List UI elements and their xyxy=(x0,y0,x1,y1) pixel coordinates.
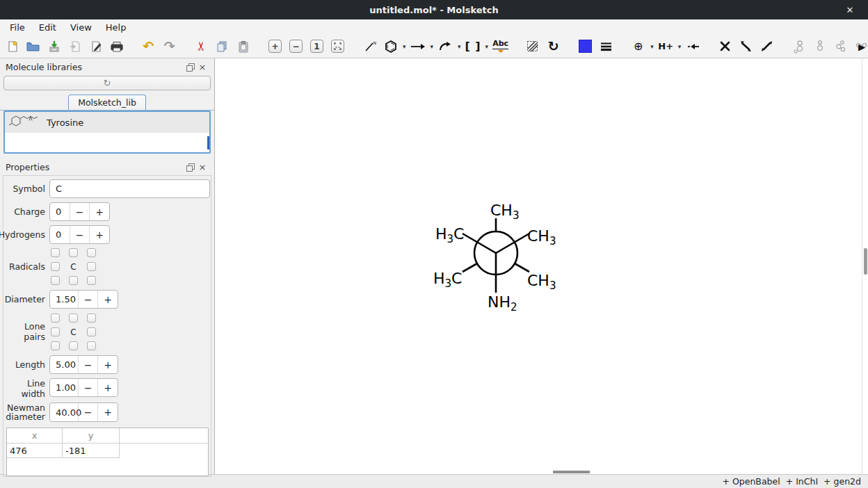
rotate-tool-button[interactable]: ↻ xyxy=(544,38,563,56)
length-minus-button[interactable]: − xyxy=(79,356,98,373)
ring-dropdown-arrow[interactable]: ▾ xyxy=(403,43,406,50)
line-width-value[interactable]: 1.00 xyxy=(50,379,79,396)
copy-button[interactable] xyxy=(213,38,232,56)
lone-pair-checkbox[interactable] xyxy=(69,314,78,323)
menu-file[interactable]: File xyxy=(3,21,32,34)
radical-checkbox[interactable] xyxy=(69,276,78,285)
lone-pair-checkbox[interactable] xyxy=(51,341,60,350)
mechanism-arrow-dropdown[interactable]: ▾ xyxy=(458,43,461,50)
radical-checkbox[interactable] xyxy=(51,248,60,257)
zoom-fit-button[interactable] xyxy=(328,38,347,56)
line-width-minus-button[interactable]: − xyxy=(79,379,98,396)
atom-label-lower-right-ch3[interactable]: CH3 xyxy=(527,272,556,292)
newman-diameter-minus-button[interactable]: − xyxy=(79,403,98,421)
radical-checkbox[interactable] xyxy=(51,262,60,271)
cut-button[interactable]: ✂ xyxy=(192,38,211,56)
properties-close-button[interactable]: × xyxy=(196,161,209,172)
hydrogens-plus-button[interactable]: + xyxy=(90,226,109,243)
back-bond-lower-right[interactable] xyxy=(515,263,529,272)
lone-pair-checkbox[interactable] xyxy=(69,341,78,350)
tab-molsketch-lib[interactable]: Molsketch_lib xyxy=(68,95,146,110)
charge-dropdown[interactable]: ▾ xyxy=(650,43,654,50)
ring-tool-button[interactable] xyxy=(381,38,400,56)
bracket-tool-button[interactable]: [ ] xyxy=(464,38,483,56)
zoom-original-button[interactable]: 1 xyxy=(307,38,326,56)
export-button[interactable] xyxy=(86,38,105,56)
delete-tool-button[interactable] xyxy=(716,38,734,56)
front-bond-upper-left[interactable] xyxy=(463,234,496,253)
atom-label-upper-left-h3c[interactable]: H3C xyxy=(435,225,464,245)
draw-bond-button[interactable]: N xyxy=(360,38,379,56)
atom-label-bottom-nh2[interactable]: NH2 xyxy=(488,293,517,314)
back-bond-lower-left[interactable] xyxy=(463,263,477,272)
length-plus-button[interactable]: + xyxy=(98,356,118,373)
library-list-scrollbar[interactable] xyxy=(207,136,209,149)
charge-tool-button[interactable]: ⊕ xyxy=(629,38,648,56)
hydrogen-dropdown[interactable]: ▾ xyxy=(678,43,682,50)
library-refresh-button[interactable]: ↻ xyxy=(3,76,211,90)
text-tool-button[interactable]: Abc xyxy=(491,38,510,56)
reaction-arrow-button[interactable] xyxy=(409,38,428,56)
libraries-float-button[interactable] xyxy=(184,61,196,72)
coord-x-cell[interactable]: 476 xyxy=(7,444,63,458)
coord-y-cell[interactable]: -181 xyxy=(63,444,120,458)
diameter-value[interactable]: 1.50 xyxy=(50,291,79,308)
window-close-button[interactable]: ✕ xyxy=(840,0,860,19)
menu-view[interactable]: View xyxy=(63,21,99,34)
radical-checkbox[interactable] xyxy=(87,262,96,271)
paste-button[interactable] xyxy=(234,38,252,56)
zoom-in-button[interactable]: + xyxy=(266,38,284,56)
align-tool-button[interactable] xyxy=(684,38,702,56)
menu-edit[interactable]: Edit xyxy=(32,21,63,34)
save-button[interactable] xyxy=(45,38,63,56)
hydrogen-tool-button[interactable]: H+ xyxy=(657,38,675,56)
drawing-canvas[interactable]: CH3 H3C CH3 H3C CH3 NH2 xyxy=(215,58,868,474)
properties-float-button[interactable] xyxy=(184,161,196,172)
radical-checkbox[interactable] xyxy=(51,276,60,285)
lone-pair-checkbox[interactable] xyxy=(87,341,96,350)
radical-checkbox[interactable] xyxy=(87,248,96,257)
newman-diameter-plus-button[interactable]: + xyxy=(98,403,118,421)
libraries-close-button[interactable]: × xyxy=(196,61,209,72)
atom-label-lower-left-h3c[interactable]: H3C xyxy=(433,270,462,290)
newman-diameter-value[interactable]: 40.00 xyxy=(50,403,79,421)
reaction-arrow-dropdown[interactable]: ▾ xyxy=(431,43,434,50)
atom-label-upper-right-ch3[interactable]: CH3 xyxy=(527,227,556,247)
front-bond-upper-right[interactable] xyxy=(496,234,529,253)
diameter-minus-button[interactable]: − xyxy=(79,291,98,308)
menu-help[interactable]: Help xyxy=(99,21,134,34)
bond-color-button[interactable] xyxy=(576,38,595,56)
zoom-out-button[interactable]: − xyxy=(287,38,305,56)
open-file-button[interactable] xyxy=(24,38,42,56)
diameter-plus-button[interactable]: + xyxy=(98,291,118,308)
charge-value[interactable]: 0 xyxy=(50,203,70,220)
hydrogens-minus-button[interactable]: − xyxy=(70,226,90,243)
molecule-drawing[interactable]: CH3 H3C CH3 H3C CH3 NH2 xyxy=(215,58,868,474)
toolbar-overflow-button[interactable]: ▶ xyxy=(858,35,865,58)
hydrogens-value[interactable]: 0 xyxy=(50,226,70,243)
print-button[interactable] xyxy=(107,38,126,56)
new-file-button[interactable] xyxy=(3,38,22,56)
canvas-horizontal-scrollbar[interactable] xyxy=(553,471,590,473)
lone-pair-checkbox[interactable] xyxy=(51,327,60,336)
flip-vertical-button[interactable] xyxy=(757,38,776,56)
symbol-input[interactable]: C xyxy=(49,179,210,198)
length-value[interactable]: 5.00 xyxy=(50,356,79,373)
bracket-dropdown[interactable]: ▾ xyxy=(485,43,489,50)
canvas-vertical-scrollbar[interactable] xyxy=(864,248,867,275)
undo-button[interactable]: ↶ xyxy=(139,38,158,56)
save-as-button[interactable] xyxy=(65,38,84,56)
charge-plus-button[interactable]: + xyxy=(90,203,109,220)
selection-hatch-button[interactable] xyxy=(523,38,542,56)
flip-horizontal-button[interactable] xyxy=(737,38,755,56)
atom-label-top-ch3[interactable]: CH3 xyxy=(490,202,519,222)
charge-minus-button[interactable]: − xyxy=(70,203,90,220)
line-width-plus-button[interactable]: + xyxy=(98,379,118,396)
lone-pair-checkbox[interactable] xyxy=(87,327,96,336)
lone-pair-checkbox[interactable] xyxy=(87,314,96,323)
radical-checkbox[interactable] xyxy=(87,276,96,285)
line-width-button[interactable] xyxy=(597,38,616,56)
library-item-tyrosine[interactable]: Tyrosine xyxy=(5,112,209,133)
mechanism-arrow-button[interactable] xyxy=(436,38,455,56)
redo-button[interactable]: ↷ xyxy=(160,38,179,56)
